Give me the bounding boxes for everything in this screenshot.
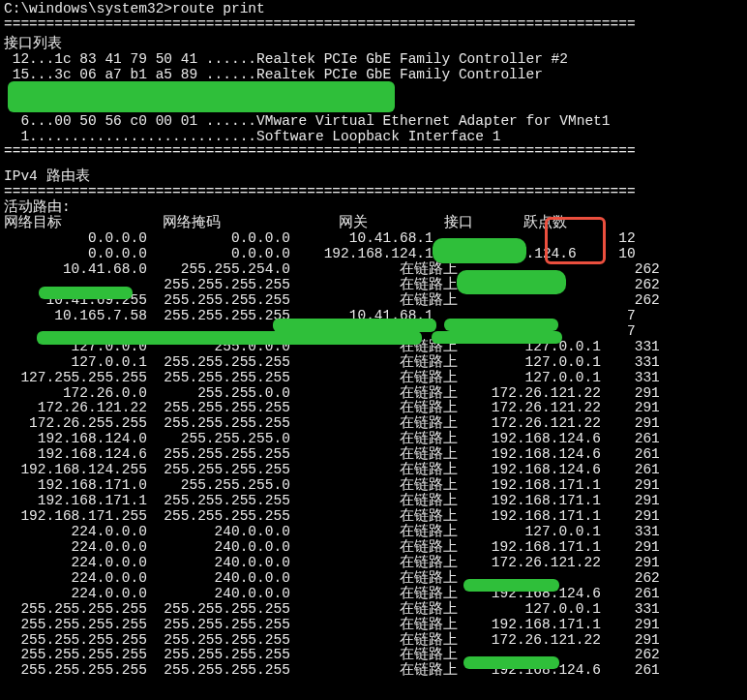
route-row: 255.255.255.255 255.255.255.255 在链路上 127… [4,602,743,618]
redaction-bar [37,331,422,345]
redaction-bar [39,287,133,299]
separator: ========================================… [4,144,743,160]
route-row: 224.0.0.0 240.0.0.0 在链路上 192.168.124.6 2… [4,587,743,602]
command-prompt: C:\windows\system32>route print [4,2,743,17]
interface-entry: 1...........................Software Loo… [4,130,743,145]
redaction-bar [444,319,558,331]
route-columns-header: 网络目标 网络掩码 网关 接口 跃点数 [4,216,743,231]
route-row: 192.168.171.255 255.255.255.255 在链路上 192… [4,509,743,525]
typed-command[interactable]: route print [172,2,265,17]
redaction-bar [457,270,566,294]
separator: ========================================… [4,185,743,200]
route-row: 172.26.255.255 255.255.255.255 在链路上 172.… [4,416,743,432]
route-row: 224.0.0.0 240.0.0.0 在链路上 172.26.121.22 2… [4,556,743,571]
redaction-bar [433,238,526,263]
redaction-bar [273,319,436,332]
route-row: 255.255.255.255 255.255.255.255 在链路上 192… [4,618,743,633]
route-row: 192.168.124.6 255.255.255.255 在链路上 192.1… [4,447,743,463]
prompt-path: C:\windows\system32> [4,2,172,17]
route-row: 127.255.255.255 255.255.255.255 在链路上 127… [4,371,743,386]
interface-entry: 12...1c 83 41 79 50 41 ......Realtek PCI… [4,52,743,68]
route-row: 192.168.171.0 255.255.255.0 在链路上 192.168… [4,478,743,494]
highlight-box [545,217,606,264]
redaction-bar [463,579,559,592]
route-row: 127.0.0.1 255.255.255.255 在链路上 127.0.0.1… [4,355,743,371]
interface-entry: 6...00 50 56 c0 00 01 ......VMware Virtu… [4,114,743,130]
route-row: 224.0.0.0 240.0.0.0 在链路上 192.168.171.1 2… [4,540,743,556]
route-row: 172.26.121.22 255.255.255.255 在链路上 172.2… [4,401,743,416]
route-row: 0.0.0.0 0.0.0.0 192.168.124.1 192.168.12… [4,247,743,262]
route-row: 224.0.0.0 240.0.0.0 在链路上 262 [4,571,743,587]
redaction-bar [432,331,562,344]
route-row: 192.168.124.0 255.255.255.0 在链路上 192.168… [4,432,743,447]
route-row: 10.41.68.0 255.255.254.0 在链路上 262 [4,262,743,278]
separator: ========================================… [4,17,743,33]
route-row: 192.168.171.1 255.255.255.255 在链路上 192.1… [4,494,743,509]
redaction-bar [463,656,559,669]
route-row: 255.255.255.255 255.255.255.255 在链路上 262 [4,648,743,663]
route-row: 255.255.255.255 255.255.255.255 在链路上 192… [4,663,743,679]
ipv4-route-header: IPv4 路由表 [4,169,743,185]
route-row: 0.0.0.0 0.0.0.0 10.41.68.1 12 [4,231,743,247]
redaction-bar [8,81,395,112]
route-row: 192.168.124.255 255.255.255.255 在链路上 192… [4,463,743,478]
active-routes-header: 活动路由: [4,200,743,216]
interface-list-header: 接口列表 [4,37,743,52]
route-row: 224.0.0.0 240.0.0.0 在链路上 127.0.0.1 331 [4,525,743,540]
